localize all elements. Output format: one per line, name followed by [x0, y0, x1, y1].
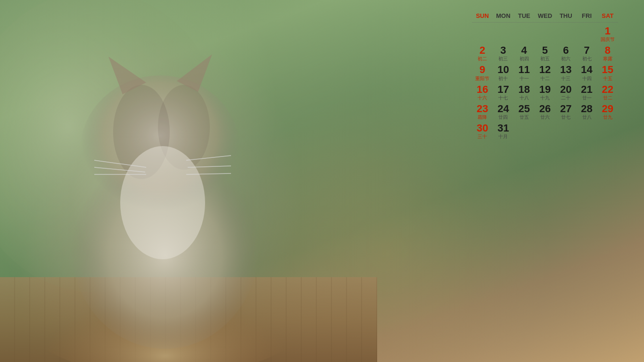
day-cell: 10初十 [493, 63, 513, 82]
weekday-sat: SAT [597, 11, 618, 20]
day-number: 10 [493, 64, 513, 75]
day-subtitle: 三十 [472, 134, 493, 140]
day-cell: 8寒露 [597, 44, 618, 63]
day-cell: 28廿八 [576, 102, 597, 121]
day-subtitle: 初十 [493, 76, 513, 82]
day-cell: 4初四 [514, 44, 535, 63]
day-cell: 3初三 [493, 44, 513, 63]
day-cell [535, 25, 555, 43]
day-number: 6 [555, 45, 576, 56]
day-subtitle: 十二 [535, 76, 555, 82]
weekday-mon: MON [493, 11, 513, 20]
day-number: 12 [535, 64, 555, 75]
day-subtitle: 初六 [555, 56, 576, 62]
day-subtitle: 初四 [514, 56, 535, 62]
day-subtitle: 十七 [493, 95, 513, 101]
day-number: 24 [493, 103, 513, 115]
day-subtitle: 廿九 [597, 115, 618, 120]
day-cell: 17十七 [493, 83, 513, 102]
day-subtitle: 初二 [472, 56, 493, 62]
weekday-tue: TUE [514, 11, 535, 20]
day-subtitle: 国庆节 [597, 37, 618, 42]
day-number: 11 [514, 64, 535, 75]
day-subtitle: 廿四 [493, 115, 513, 120]
day-cell [555, 25, 576, 43]
day-cell: 7初七 [576, 44, 597, 63]
day-number: 27 [555, 103, 576, 115]
calendar: SUN MON TUE WED THU FRI SAT 1国庆节2初二3初三4初… [465, 5, 625, 148]
day-cell [493, 25, 513, 43]
day-number: 30 [472, 123, 493, 134]
day-cell: 12十二 [535, 63, 555, 82]
day-cell: 6初六 [555, 44, 576, 63]
weekdays-row: SUN MON TUE WED THU FRI SAT [472, 11, 618, 23]
weekday-wed: WED [535, 11, 555, 20]
day-cell: 5初五 [535, 44, 555, 63]
day-number: 17 [493, 84, 513, 95]
day-cell: 30三十 [472, 122, 493, 140]
day-subtitle: 十九 [535, 95, 555, 101]
day-number: 8 [597, 45, 618, 56]
day-subtitle: 初七 [576, 56, 597, 62]
day-subtitle: 廿五 [514, 115, 535, 120]
day-cell: 2初二 [472, 44, 493, 63]
day-cell: 25廿五 [514, 102, 535, 121]
day-number: 26 [535, 103, 555, 115]
day-subtitle: 十一 [514, 76, 535, 82]
day-subtitle: 廿八 [576, 115, 597, 120]
day-subtitle: 重阳节 [472, 76, 493, 82]
day-cell: 13十三 [555, 63, 576, 82]
day-number: 28 [576, 103, 597, 115]
day-cell: 1国庆节 [597, 25, 618, 43]
day-subtitle: 十八 [514, 95, 535, 101]
day-subtitle: 二十 [555, 95, 576, 101]
day-subtitle: 初三 [493, 56, 513, 62]
day-cell: 21廿一 [576, 83, 597, 102]
day-number: 7 [576, 45, 597, 56]
day-cell: 27廿七 [555, 102, 576, 121]
day-number: 20 [555, 84, 576, 95]
day-subtitle: 十三 [555, 76, 576, 82]
day-cell: 11十一 [514, 63, 535, 82]
day-number: 22 [597, 84, 618, 95]
day-cell: 9重阳节 [472, 63, 493, 82]
day-cell [514, 25, 535, 43]
weekday-thu: THU [555, 11, 576, 20]
day-number: 5 [535, 45, 555, 56]
day-cell [597, 122, 618, 140]
day-subtitle: 寒露 [597, 56, 618, 62]
day-number: 13 [555, 64, 576, 75]
day-cell [472, 25, 493, 43]
day-cell: 22廿二 [597, 83, 618, 102]
day-subtitle: 初五 [535, 56, 555, 62]
wooden-table [0, 277, 377, 362]
day-number: 19 [535, 84, 555, 95]
day-cell [576, 25, 597, 43]
day-subtitle: 廿六 [535, 115, 555, 120]
day-subtitle: 廿二 [597, 95, 618, 101]
day-cell [576, 122, 597, 140]
day-cell: 19十九 [535, 83, 555, 102]
day-cell: 18十八 [514, 83, 535, 102]
day-number: 2 [472, 45, 493, 56]
day-number: 29 [597, 103, 618, 115]
day-cell: 26廿六 [535, 102, 555, 121]
day-cell: 16十六 [472, 83, 493, 102]
day-cell: 15十五 [597, 63, 618, 82]
day-subtitle: 十五 [597, 76, 618, 82]
day-number: 1 [597, 25, 618, 37]
day-number: 23 [472, 103, 493, 115]
day-number: 4 [514, 45, 535, 56]
day-subtitle: 霜降 [472, 115, 493, 120]
day-number: 25 [514, 103, 535, 115]
day-number: 15 [597, 64, 618, 75]
calendar-grid: 1国庆节2初二3初三4初四5初五6初六7初七8寒露9重阳节10初十11十一12十… [472, 25, 618, 140]
day-number: 31 [493, 123, 513, 134]
day-cell: 31十月 [493, 122, 513, 140]
day-cell: 23霜降 [472, 102, 493, 121]
day-cell: 14十四 [576, 63, 597, 82]
weekday-sun: SUN [472, 11, 493, 20]
day-subtitle: 十月 [493, 134, 513, 140]
day-cell [514, 122, 535, 140]
day-subtitle: 廿一 [576, 95, 597, 101]
